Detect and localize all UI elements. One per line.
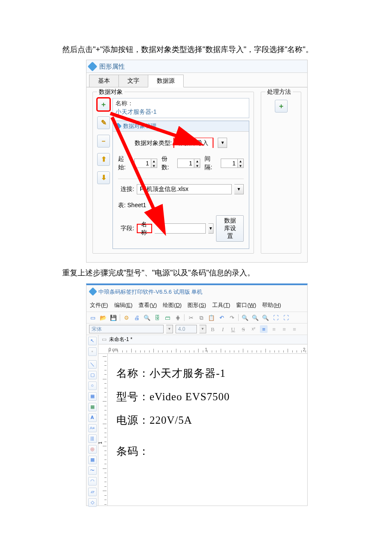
qrcode-tool-icon[interactable]: ◎ — [88, 445, 97, 454]
fullscreen2-icon[interactable]: ⛶ — [282, 314, 290, 321]
zoom-fit-icon[interactable]: 🔍 — [262, 314, 269, 321]
connection-dropdown-arrow[interactable]: ▼ — [234, 184, 244, 194]
align-left-icon[interactable]: ≡ — [260, 325, 268, 333]
document-tab[interactable]: 未命名-1 * — [109, 335, 133, 344]
move-down-button[interactable]: ⬇ — [97, 171, 110, 184]
image-tool-icon[interactable]: ▦ — [88, 392, 97, 401]
app-icon — [88, 62, 98, 72]
tab-basic[interactable]: 基本 — [89, 75, 119, 87]
ruler-vertical: 1 — [98, 354, 108, 506]
undo-icon[interactable]: ↶ — [218, 314, 225, 321]
app-icon — [115, 123, 122, 130]
grid-icon[interactable]: ⋕ — [174, 314, 182, 321]
type-dropdown-value[interactable]: 数据库导入 — [173, 138, 213, 148]
subdialog-title: 数据对象管理 — [123, 122, 156, 130]
menu-graphic[interactable]: 图形(S) — [187, 300, 206, 310]
barcode-editor-window: 中琅条码标签打印软件-V6.5.6 试用版 单机 文件(F) 编辑(E) 查看(… — [86, 283, 308, 506]
roundrect-tool-icon[interactable]: ▢ — [88, 371, 97, 379]
page-tool-icon[interactable]: ▫ — [88, 347, 97, 356]
data-object-entry[interactable]: 名称： 小天才服务器-1 — [112, 98, 249, 118]
field-dropdown-value[interactable]: 名称 — [137, 224, 152, 233]
start-spinner[interactable]: ▲▼ — [134, 159, 157, 168]
instruction-paragraph1: 然后点击"+"添加按钮，数据对象类型选择"数据库导入"，字段选择"名称"。 — [47, 43, 345, 56]
zoom-in-icon[interactable]: 🔍 — [241, 314, 249, 321]
process-add-button[interactable]: ＋ — [275, 100, 288, 113]
new-icon[interactable]: ▭ — [89, 314, 97, 321]
toolbar-font: 宋体 ▼ 4.0 ▼ B I U S x² ≡ ≡ ≡ ≡ — [86, 324, 307, 335]
line-tool-icon[interactable]: ＼ — [88, 360, 97, 369]
table-label: 表: Sheet1 — [118, 201, 146, 210]
fullscreen-icon[interactable]: ⛶ — [272, 314, 280, 321]
copy-icon[interactable]: ⧉ — [197, 314, 205, 321]
instruction-paragraph2: 重复上述步骤完成"型号"、"电源"以及"条码"信息的录入。 — [47, 266, 345, 280]
app-icon — [89, 287, 97, 296]
data-object-manage-dialog: 数据对象管理 数据对象类型: 数据库导入 ▼ 起始: ▲▼ — [112, 121, 249, 249]
richtext-tool-icon[interactable]: A≡ — [88, 424, 97, 432]
menu-window[interactable]: 窗口(W) — [236, 300, 256, 310]
canvas-text-barcode: 条码： — [116, 439, 299, 463]
canvas-text-model: 型号：eVideo EVS7500 — [116, 385, 299, 408]
redo-icon[interactable]: ↷ — [228, 314, 236, 321]
strike-icon[interactable]: S — [239, 325, 247, 333]
italic-icon[interactable]: I — [219, 325, 227, 333]
font-name-input[interactable]: 宋体 — [89, 325, 164, 333]
open-icon[interactable]: 📂 — [99, 314, 107, 321]
underline-icon[interactable]: U — [229, 325, 237, 333]
print-icon[interactable]: 🖨 — [133, 314, 141, 321]
zoom-out-icon[interactable]: 🔍 — [251, 314, 259, 321]
edit-button[interactable]: ✎ — [97, 116, 110, 129]
tool-palette: ↖ ▫ ＼ ▢ ○ ▦ ▦ A A≡ ||| ◎ ▦ 〜 ◠ ▱ ◇ — [86, 335, 98, 506]
align-center-icon[interactable]: ≡ — [270, 325, 278, 333]
move-up-button[interactable]: ⬆ — [97, 153, 110, 166]
font-size-arrow[interactable]: ▼ — [199, 325, 206, 333]
menu-file[interactable]: 文件(F) — [90, 300, 108, 310]
canvas-text-power: 电源：220V/5A — [116, 408, 299, 432]
connection-label: 连接: — [118, 185, 134, 194]
menu-help[interactable]: 帮助(H) — [262, 300, 281, 310]
menu-view[interactable]: 查看(V) — [138, 300, 157, 310]
superscript-icon[interactable]: x² — [250, 325, 257, 333]
type-dropdown-arrow[interactable]: ▼ — [218, 138, 227, 148]
table-tool-icon[interactable]: ▦ — [88, 456, 97, 464]
gear-icon[interactable]: ⚙ — [123, 314, 130, 321]
database-icon[interactable]: 🗄 — [153, 314, 161, 321]
groupbox-data-object-label: 数据对象 — [97, 88, 124, 96]
dialog-title: 图形属性 — [99, 62, 125, 71]
barcode-tool-icon[interactable]: ||| — [88, 434, 97, 443]
name-value: 小天才服务器-1 — [115, 108, 246, 116]
paste-icon[interactable]: 📋 — [208, 314, 215, 321]
menu-draw[interactable]: 绘图(D) — [163, 300, 182, 310]
interval-spinner[interactable]: ▲▼ — [221, 159, 244, 168]
save-icon[interactable]: 💾 — [110, 314, 117, 321]
db-settings-button[interactable]: 数据库设置 — [216, 215, 244, 242]
text-tool-icon[interactable]: A — [88, 413, 97, 422]
font-size-input[interactable]: 4.0 — [176, 325, 197, 333]
canvas[interactable]: 名称：小天才服务器-1 型号：eVideo EVS7500 电源：220V/5A… — [108, 354, 307, 506]
delete-button[interactable]: － — [97, 135, 110, 147]
star-tool-icon[interactable]: ◇ — [88, 498, 97, 507]
arc-tool-icon[interactable]: ◠ — [88, 477, 97, 486]
pointer-tool-icon[interactable]: ↖ — [88, 337, 97, 345]
menu-edit[interactable]: 编辑(E) — [114, 300, 133, 310]
name-label: 名称： — [115, 99, 246, 108]
curve-tool-icon[interactable]: 〜 — [88, 466, 97, 475]
connection-input[interactable]: F:\机顶盒信息.xlsx — [137, 184, 232, 194]
cut-icon[interactable]: ✂ — [187, 314, 195, 321]
tab-text[interactable]: 文字 — [118, 75, 148, 87]
copies-spinner[interactable]: ▲▼ — [177, 159, 200, 168]
font-name-arrow[interactable]: ▼ — [166, 325, 173, 333]
start-label: 起始: — [118, 155, 130, 171]
ellipse-tool-icon[interactable]: ○ — [88, 382, 97, 390]
export-icon[interactable]: 🗃 — [164, 314, 171, 321]
field-dropdown-arrow[interactable]: ▼ — [208, 223, 214, 234]
align-right-icon[interactable]: ≡ — [280, 325, 288, 333]
polygon-tool-icon[interactable]: ▱ — [88, 488, 97, 496]
bold-icon[interactable]: B — [209, 325, 216, 333]
preview-icon[interactable]: 🔍 — [143, 314, 151, 321]
align-justify-icon[interactable]: ≡ — [291, 325, 298, 333]
add-button[interactable]: ＋ — [97, 98, 110, 111]
tab-datasource[interactable]: 数据源 — [148, 75, 184, 87]
picture-tool-icon[interactable]: ▦ — [88, 403, 97, 411]
groupbox-process-label: 处理方法 — [265, 88, 293, 96]
menu-tool[interactable]: 工具(T) — [212, 300, 231, 310]
